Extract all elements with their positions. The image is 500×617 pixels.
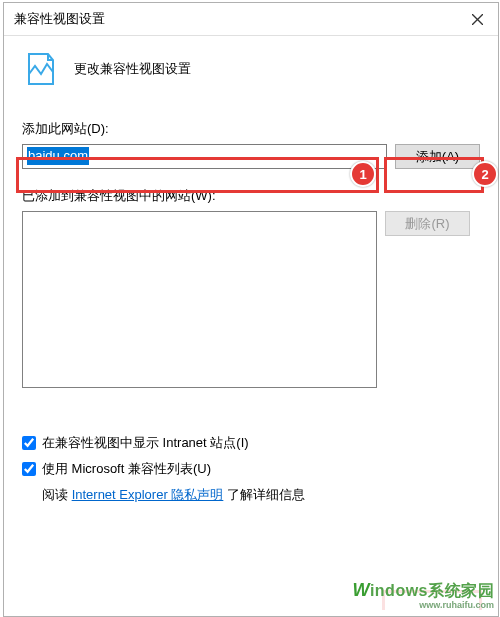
list-row: 删除(R) [22, 211, 480, 404]
close-button[interactable] [456, 3, 498, 35]
privacy-prefix: 阅读 [42, 487, 72, 502]
intranet-checkbox[interactable] [22, 436, 36, 450]
titlebar: 兼容性视图设置 [4, 3, 498, 36]
header-row: 更改兼容性视图设置 [26, 52, 480, 86]
privacy-link[interactable]: Internet Explorer 隐私声明 [72, 487, 224, 502]
privacy-line: 阅读 Internet Explorer 隐私声明 了解详细信息 [42, 486, 480, 504]
mslist-check-label: 使用 Microsoft 兼容性列表(U) [42, 460, 211, 478]
add-site-label: 添加此网站(D): [22, 120, 480, 138]
dialog-window: 兼容性视图设置 更改兼容性视图设置 添加此网站(D): baidu.c [3, 2, 499, 617]
annotation-badge-2: 2 [472, 161, 498, 187]
watermark-rest: indows系统家园 [370, 582, 494, 599]
intranet-check-row[interactable]: 在兼容性视图中显示 Intranet 站点(I) [22, 434, 480, 452]
compat-page-icon [26, 52, 56, 86]
watermark-line2: www.ruhaifu.com [352, 601, 494, 611]
close-icon [472, 14, 483, 25]
sites-list-label: 已添加到兼容性视图中的网站(W): [22, 187, 480, 205]
add-button[interactable]: 添加(A) [395, 144, 480, 169]
privacy-suffix: 了解详细信息 [223, 487, 305, 502]
watermark: Windows系统家园 www.ruhaifu.com [350, 579, 496, 613]
url-input-wrap: baidu.com [22, 144, 387, 169]
intranet-check-label: 在兼容性视图中显示 Intranet 站点(I) [42, 434, 249, 452]
annotation-badge-1: 1 [350, 161, 376, 187]
dialog-body: 更改兼容性视图设置 添加此网站(D): baidu.com 添加(A) 已添加到… [4, 36, 498, 514]
add-row: baidu.com 添加(A) [22, 144, 480, 169]
mslist-checkbox[interactable] [22, 462, 36, 476]
remove-button: 删除(R) [385, 211, 470, 236]
watermark-w: W [352, 580, 370, 600]
mslist-check-row[interactable]: 使用 Microsoft 兼容性列表(U) [22, 460, 480, 478]
url-input[interactable] [22, 144, 387, 169]
sites-listbox[interactable] [22, 211, 377, 388]
header-subtitle: 更改兼容性视图设置 [74, 60, 191, 78]
options-block: 在兼容性视图中显示 Intranet 站点(I) 使用 Microsoft 兼容… [22, 434, 480, 504]
watermark-line1: Windows系统家园 [352, 581, 494, 601]
window-title: 兼容性视图设置 [14, 11, 105, 28]
